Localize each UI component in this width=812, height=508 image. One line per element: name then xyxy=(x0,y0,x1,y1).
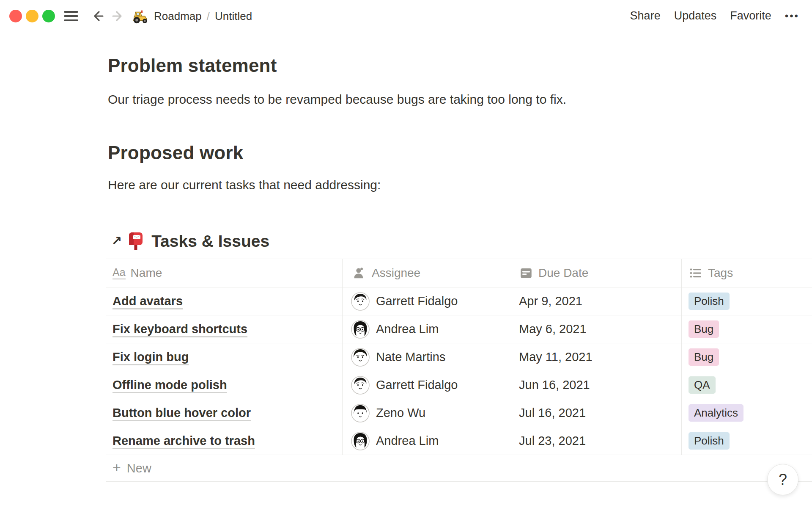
sidebar-menu-icon[interactable] xyxy=(64,9,78,23)
task-name-link[interactable]: Offline mode polish xyxy=(112,378,227,392)
column-label: Assignee xyxy=(372,266,420,280)
topbar-actions: Share Updates Favorite ••• xyxy=(630,9,799,22)
minimize-window-button[interactable] xyxy=(26,10,38,22)
paragraph-proposed: Here are our current tasks that need add… xyxy=(108,176,812,194)
assignee-name: Nate Martins xyxy=(376,350,445,364)
window-titlebar: Roadmap / Untitled Share Updates Favorit… xyxy=(0,0,812,32)
plus-icon: + xyxy=(112,460,121,475)
column-label: Tags xyxy=(708,266,733,280)
task-name-link[interactable]: Add avatars xyxy=(112,294,183,308)
traffic-lights xyxy=(9,10,55,22)
back-arrow-icon[interactable] xyxy=(90,8,105,24)
task-name-link[interactable]: Fix login bug xyxy=(112,350,189,364)
tag-badge: Bug xyxy=(689,320,719,338)
table-row: Add avatars Garrett Fidalgo Apr 9, 2021 … xyxy=(106,287,812,315)
column-header-name[interactable]: Aa Name xyxy=(106,259,343,287)
more-options-icon[interactable]: ••• xyxy=(785,10,799,22)
assignee-avatar xyxy=(351,432,370,450)
due-date-value: May 11, 2021 xyxy=(519,350,593,364)
postbox-collection-icon xyxy=(127,232,145,251)
forward-arrow-icon xyxy=(110,8,126,24)
help-button[interactable]: ? xyxy=(767,464,798,495)
task-name-link[interactable]: Rename archive to trash xyxy=(112,434,255,448)
task-name-link[interactable]: Fix keyboard shortcuts xyxy=(112,322,247,336)
assignee-name: Zeno Wu xyxy=(376,406,425,420)
assignee-name: Garrett Fidalgo xyxy=(376,294,458,308)
share-button[interactable]: Share xyxy=(630,9,661,22)
assignee-name: Andrea Lim xyxy=(376,322,439,336)
heading-problem-statement: Problem statement xyxy=(108,55,812,76)
updates-button[interactable]: Updates xyxy=(674,9,717,22)
new-row-label: New xyxy=(127,461,151,475)
assignee-avatar xyxy=(351,320,370,339)
zoom-window-button[interactable] xyxy=(42,10,55,22)
tag-badge: Polish xyxy=(689,432,730,450)
table-row: Rename archive to trash Andrea Lim Jul 2… xyxy=(106,427,812,455)
due-date-value: Apr 9, 2021 xyxy=(519,294,582,308)
tag-badge: QA xyxy=(689,376,716,394)
tasks-table: Aa Name Assignee Due Date Tags Add avata… xyxy=(106,259,812,482)
question-mark-icon: ? xyxy=(779,471,787,489)
table-row: Offline mode polish Garrett Fidalgo Jun … xyxy=(106,371,812,399)
collection-title[interactable]: Tasks & Issues xyxy=(151,232,269,251)
breadcrumb-separator: / xyxy=(207,10,210,23)
column-header-due-date[interactable]: Due Date xyxy=(512,259,682,287)
column-header-tags[interactable]: Tags xyxy=(682,259,812,287)
table-row: Fix keyboard shortcuts Andrea Lim May 6,… xyxy=(106,315,812,343)
person-icon xyxy=(351,266,365,280)
page-content: Problem statement Our triage process nee… xyxy=(0,32,812,482)
task-name-link[interactable]: Button blue hover color xyxy=(112,406,251,420)
list-icon xyxy=(689,266,703,280)
breadcrumb: Roadmap / Untitled xyxy=(154,10,252,23)
assignee-avatar xyxy=(351,404,370,422)
tag-badge: Polish xyxy=(689,293,730,310)
assignee-avatar xyxy=(351,292,370,311)
due-date-value: Jul 23, 2021 xyxy=(519,434,586,448)
heading-proposed-work: Proposed work xyxy=(108,142,812,163)
assignee-name: Garrett Fidalgo xyxy=(376,378,458,392)
link-arrow-icon: ↗ xyxy=(111,233,122,248)
tag-badge: Bug xyxy=(689,348,719,366)
tractor-page-icon[interactable] xyxy=(132,7,149,25)
due-date-value: Jun 16, 2021 xyxy=(519,378,590,392)
new-row-button[interactable]: + New xyxy=(106,455,812,482)
table-header-row: Aa Name Assignee Due Date Tags xyxy=(106,259,812,287)
paragraph-problem: Our triage process needs to be revamped … xyxy=(108,91,812,108)
text-type-icon: Aa xyxy=(112,267,126,279)
column-label: Name xyxy=(131,266,162,280)
close-window-button[interactable] xyxy=(9,10,22,22)
due-date-value: Jul 16, 2021 xyxy=(519,406,586,420)
assignee-avatar xyxy=(351,348,370,367)
assignee-name: Andrea Lim xyxy=(376,434,439,448)
linked-database-header: ↗ Tasks & Issues xyxy=(111,229,812,253)
column-label: Due Date xyxy=(538,266,588,280)
due-date-value: May 6, 2021 xyxy=(519,322,587,336)
table-row: Fix login bug Nate Martins May 11, 2021 … xyxy=(106,343,812,371)
tag-badge: Analytics xyxy=(689,404,743,422)
calendar-icon xyxy=(519,266,533,280)
favorite-button[interactable]: Favorite xyxy=(730,9,771,22)
column-header-assignee[interactable]: Assignee xyxy=(343,259,512,287)
breadcrumb-untitled[interactable]: Untitled xyxy=(215,10,252,23)
breadcrumb-roadmap[interactable]: Roadmap xyxy=(154,10,202,23)
assignee-avatar xyxy=(351,376,370,395)
table-row: Button blue hover color Zeno Wu Jul 16, … xyxy=(106,399,812,427)
